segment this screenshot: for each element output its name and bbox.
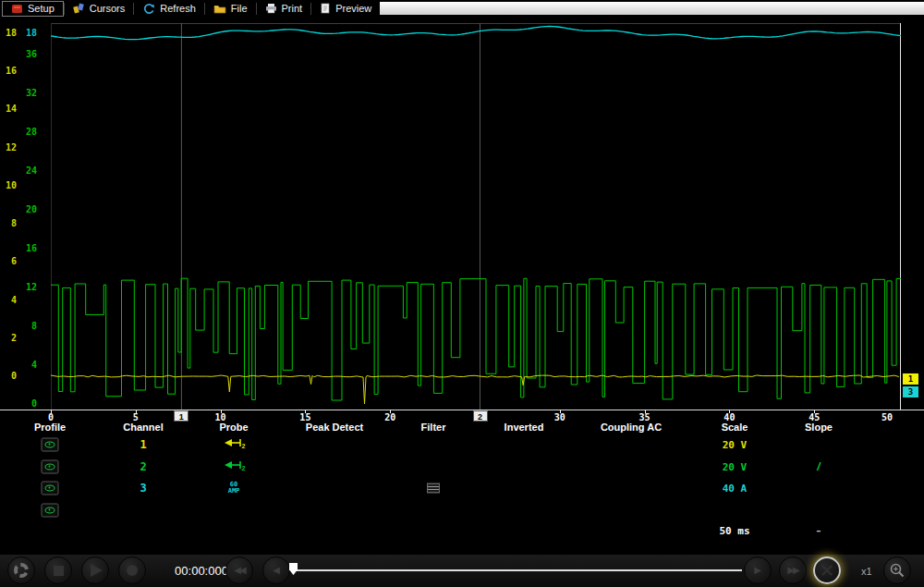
- y-axis-label: 28: [22, 127, 37, 138]
- y-axis-label: 10: [2, 180, 17, 191]
- menu-preview[interactable]: Preview: [311, 1, 380, 16]
- profile-eye-button[interactable]: [42, 504, 59, 518]
- menu-file[interactable]: File: [205, 1, 256, 16]
- menu-setup[interactable]: Setup: [2, 1, 64, 17]
- timebase-scale[interactable]: 50 ms: [719, 525, 749, 537]
- column-header: Inverted: [505, 422, 544, 433]
- profile-eye-button[interactable]: [42, 459, 59, 473]
- refresh-icon: [142, 3, 155, 15]
- column-header: Coupling AC: [601, 422, 662, 433]
- play-button[interactable]: [81, 556, 109, 584]
- menu-file-label: File: [231, 3, 248, 14]
- y-axis-label: 36: [22, 49, 37, 60]
- probe-icon[interactable]: 2: [222, 459, 246, 475]
- menu-toolbar: Setup Cursors Refresh File Print Preview: [0, 0, 924, 17]
- waveform-plot: [51, 23, 901, 410]
- y-axis-label: 0: [22, 398, 37, 410]
- profile-eye-button[interactable]: [42, 482, 59, 495]
- y-axis-label: 6: [2, 256, 17, 267]
- record-button[interactable]: [118, 556, 146, 584]
- y-axis-label: 2: [2, 333, 17, 344]
- y-axis-label: 8: [22, 321, 37, 332]
- menu-preview-label: Preview: [335, 3, 371, 14]
- time-axis: 051015203035404550 ms12: [0, 410, 924, 422]
- channel-tag-3[interactable]: 3: [903, 386, 918, 397]
- file-icon: [213, 4, 226, 14]
- column-header: Filter: [421, 422, 446, 433]
- magnifier-icon: [889, 562, 906, 579]
- y-axis-label: 4: [2, 295, 17, 306]
- record-icon: [127, 565, 138, 576]
- filter-indicator[interactable]: [427, 483, 440, 494]
- step-back-button[interactable]: ◀: [262, 556, 290, 584]
- y-axis-label: 18: [2, 28, 17, 39]
- zoom-factor-label: x1: [861, 566, 872, 577]
- skip-back-button[interactable]: ◀◀: [225, 556, 253, 584]
- menu-setup-label: Setup: [28, 3, 55, 14]
- y-axis-label: 32: [22, 88, 37, 99]
- channel-number[interactable]: 3: [140, 482, 146, 495]
- menu-print[interactable]: Print: [257, 1, 311, 16]
- menu-print-label: Print: [282, 3, 303, 14]
- y-axis-label: 8: [2, 218, 17, 229]
- y-axis-label: 16: [2, 66, 17, 77]
- y-axis-label: 12: [22, 282, 37, 293]
- menu-refresh-label: Refresh: [160, 3, 196, 14]
- channel-tag-1[interactable]: 1: [903, 373, 918, 385]
- column-header: Channel: [123, 422, 163, 433]
- y-axis-label: 16: [22, 243, 37, 254]
- y-axis-label: 24: [22, 165, 37, 177]
- column-header: Peak Detect: [306, 422, 363, 433]
- play-icon: [91, 564, 103, 577]
- channel-number[interactable]: 1: [140, 438, 146, 451]
- skip-forward-button[interactable]: ▶▶: [779, 556, 807, 584]
- y-axis-label: 18: [22, 28, 37, 39]
- probe-icon[interactable]: 60AMP: [228, 482, 240, 495]
- step-back-icon: ◀: [273, 566, 280, 575]
- preview-icon: [320, 3, 331, 14]
- menu-cursors-label: Cursors: [90, 3, 126, 14]
- timebase-slope: -: [816, 522, 821, 539]
- column-header: Profile: [34, 422, 66, 433]
- scrubber-handle[interactable]: [289, 563, 298, 575]
- y-axis-label: 20: [22, 204, 37, 215]
- column-header: Scale: [722, 422, 748, 433]
- slope-indicator[interactable]: /: [817, 460, 820, 473]
- skip-forward-icon: ▶▶: [787, 566, 797, 575]
- step-forward-icon: ▶: [754, 566, 761, 575]
- settings-button[interactable]: [7, 556, 35, 584]
- svg-text:2: 2: [242, 443, 246, 449]
- timeline-scrubber[interactable]: [291, 569, 742, 571]
- y-axis-label: 12: [2, 142, 17, 153]
- setup-icon: [11, 4, 23, 14]
- menu-cursors[interactable]: Cursors: [65, 1, 134, 16]
- stop-icon: [54, 566, 64, 576]
- zoom-reset-button[interactable]: [813, 556, 841, 584]
- channel-settings-table: ProfileChannelProbePeak DetectFilterInve…: [0, 422, 924, 555]
- zoom-button[interactable]: [883, 556, 911, 584]
- gear-icon: [14, 563, 29, 578]
- channel-scale[interactable]: 20 V: [723, 439, 748, 451]
- column-header: Slope: [805, 422, 833, 433]
- cursors-icon: [73, 3, 85, 14]
- skip-back-icon: ◀◀: [234, 566, 244, 575]
- probe-icon[interactable]: 2: [222, 436, 246, 453]
- zoom-reset-icon: [820, 563, 834, 578]
- step-forward-button[interactable]: ▶: [744, 556, 772, 584]
- y-axis-label: 0: [2, 371, 17, 382]
- time-marker-2[interactable]: 2: [473, 410, 488, 422]
- y-axis-label: 14: [2, 104, 17, 115]
- svg-text:2: 2: [242, 465, 246, 471]
- y-axis-label: 4: [22, 360, 37, 371]
- transport-bar: 00:00:000 ◀◀ ◀ ▶ ▶▶ x1: [0, 555, 924, 587]
- print-icon: [265, 3, 277, 14]
- scope-display: 181614121086420363228242016128401813: [0, 17, 924, 410]
- stop-button[interactable]: [44, 556, 72, 584]
- channel-number[interactable]: 2: [140, 460, 146, 473]
- channel-scale[interactable]: 40 A: [723, 483, 748, 495]
- channel-scale[interactable]: 20 V: [723, 460, 748, 472]
- column-header: Probe: [219, 422, 248, 433]
- time-marker-1[interactable]: 1: [174, 410, 188, 422]
- profile-eye-button[interactable]: [42, 438, 59, 452]
- menu-refresh[interactable]: Refresh: [134, 1, 204, 16]
